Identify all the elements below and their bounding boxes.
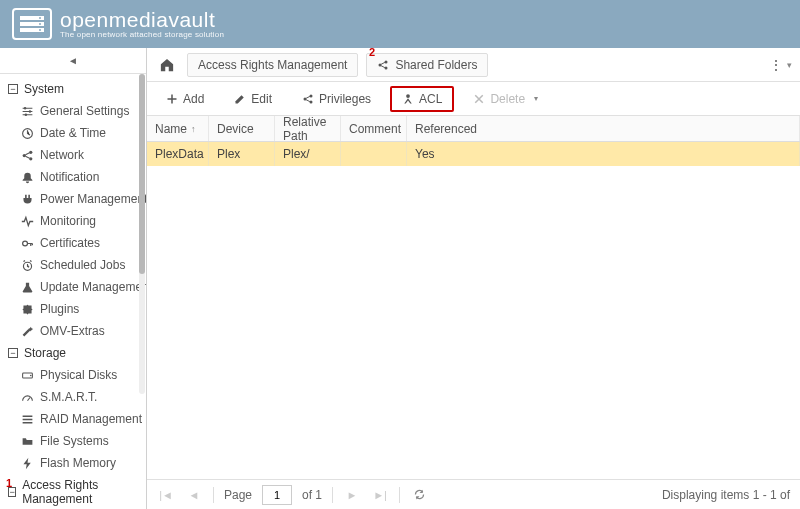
acl-label: ACL — [419, 92, 442, 106]
bars-icon — [20, 412, 34, 426]
nav-item[interactable]: Date & Time — [0, 122, 146, 144]
first-page-button: |◄ — [157, 486, 175, 504]
brand-subtitle: The open network attached storage soluti… — [60, 30, 224, 39]
nav-item[interactable]: Plugins — [0, 298, 146, 320]
hdd-icon — [20, 368, 34, 382]
flask-icon — [20, 280, 34, 294]
bell-icon — [20, 170, 34, 184]
edit-icon — [234, 93, 246, 105]
prev-page-button: ◄ — [185, 486, 203, 504]
plus-icon — [166, 93, 178, 105]
nav-item[interactable]: Certificates — [0, 232, 146, 254]
logo-icon — [12, 8, 52, 40]
toolbar: 2 Add Edit Privileges ACL Delete ▾ — [147, 82, 800, 116]
sliders-icon — [20, 104, 34, 118]
nav-item[interactable]: S.M.A.R.T. — [0, 386, 146, 408]
privileges-button[interactable]: Privileges — [291, 87, 382, 111]
delete-label: Delete — [490, 92, 525, 106]
annotation-1: 1 — [6, 477, 12, 489]
folder-icon — [20, 434, 34, 448]
clock-icon — [20, 126, 34, 140]
next-page-button: ► — [343, 486, 361, 504]
svg-point-20 — [39, 29, 41, 31]
page-input[interactable] — [262, 485, 292, 505]
page-of-label: of 1 — [302, 488, 322, 502]
column-referenced[interactable]: Referenced — [407, 116, 800, 141]
nav-group-header[interactable]: −Access Rights Management — [0, 474, 146, 509]
app-header: openmediavault The open network attached… — [0, 0, 800, 48]
annotation-2: 2 — [369, 46, 375, 58]
table-header: Name ↑ Device Relative Path Comment Refe… — [147, 116, 800, 142]
nav-item[interactable]: OMV-Extras — [0, 320, 146, 342]
nav-item[interactable]: General Settings — [0, 100, 146, 122]
cell-device: Plex — [209, 142, 275, 166]
pager: |◄ ◄ Page of 1 ► ►| Displaying items 1 -… — [147, 479, 800, 509]
nav-item[interactable]: Physical Disks — [0, 364, 146, 386]
sidebar: ◄ −SystemGeneral SettingsDate & TimeNetw… — [0, 48, 147, 509]
pager-status: Displaying items 1 - 1 of — [662, 488, 790, 502]
brand: openmediavault The open network attached… — [60, 9, 224, 39]
breadcrumb-bar: Access Rights Management Shared Folders … — [147, 48, 800, 82]
brand-title: openmediavault — [60, 9, 224, 30]
last-page-button: ►| — [371, 486, 389, 504]
svg-point-18 — [39, 17, 41, 19]
nav-item[interactable]: Update Management — [0, 276, 146, 298]
refresh-button[interactable] — [410, 486, 428, 504]
nav-item[interactable]: Power Management — [0, 188, 146, 210]
share-icon — [377, 59, 389, 71]
column-relative-path[interactable]: Relative Path — [275, 116, 341, 141]
expand-icon: − — [8, 348, 18, 358]
x-icon — [473, 93, 485, 105]
nav-item[interactable]: RAID Management — [0, 408, 146, 430]
breadcrumb-label: Access Rights Management — [198, 58, 347, 72]
expand-icon: − — [8, 84, 18, 94]
nav-item[interactable]: Scheduled Jobs — [0, 254, 146, 276]
person-icon — [402, 93, 414, 105]
add-button[interactable]: Add — [155, 87, 215, 111]
home-button[interactable] — [155, 53, 179, 77]
share-icon — [20, 148, 34, 162]
nav-item[interactable]: Network — [0, 144, 146, 166]
pulse-icon — [20, 214, 34, 228]
column-name[interactable]: Name ↑ — [147, 116, 209, 141]
cell-comment — [341, 142, 407, 166]
cell-path: Plex/ — [275, 142, 341, 166]
svg-point-19 — [39, 23, 41, 25]
key-icon — [20, 236, 34, 250]
edit-button[interactable]: Edit — [223, 87, 283, 111]
cell-name: PlexData — [147, 142, 209, 166]
bolt-icon — [20, 456, 34, 470]
alarm-icon — [20, 258, 34, 272]
privileges-label: Privileges — [319, 92, 371, 106]
sidebar-scrollbar[interactable] — [139, 74, 145, 394]
add-label: Add — [183, 92, 204, 106]
nav-item[interactable]: Notification — [0, 166, 146, 188]
plug-icon — [20, 192, 34, 206]
nav-group-header[interactable]: −System — [0, 78, 146, 100]
cell-referenced: Yes — [407, 142, 800, 166]
sidebar-collapse-button[interactable]: ◄ — [0, 48, 146, 74]
page-label: Page — [224, 488, 252, 502]
column-comment[interactable]: Comment — [341, 116, 407, 141]
edit-label: Edit — [251, 92, 272, 106]
column-device[interactable]: Device — [209, 116, 275, 141]
delete-button: Delete ▾ — [462, 87, 549, 111]
breadcrumb-shared-folders[interactable]: Shared Folders — [366, 53, 488, 77]
overflow-menu-button[interactable]: ⋮▾ — [768, 53, 792, 77]
nav-item[interactable]: Flash Memory — [0, 452, 146, 474]
acl-button[interactable]: ACL — [390, 86, 454, 112]
puzzle-icon — [20, 302, 34, 316]
nav-item[interactable]: Monitoring — [0, 210, 146, 232]
breadcrumb-label: Shared Folders — [395, 58, 477, 72]
breadcrumb-access-rights[interactable]: Access Rights Management — [187, 53, 358, 77]
share-icon — [302, 93, 314, 105]
table-body: PlexData Plex Plex/ Yes — [147, 142, 800, 479]
sort-asc-icon: ↑ — [191, 124, 196, 134]
chevron-down-icon: ▾ — [534, 94, 538, 103]
dashboard-icon — [20, 390, 34, 404]
main-panel: Access Rights Management Shared Folders … — [147, 48, 800, 509]
nav-group-header[interactable]: −Storage — [0, 342, 146, 364]
nav-item[interactable]: File Systems — [0, 430, 146, 452]
table-row[interactable]: PlexData Plex Plex/ Yes — [147, 142, 800, 166]
magic-icon — [20, 324, 34, 338]
